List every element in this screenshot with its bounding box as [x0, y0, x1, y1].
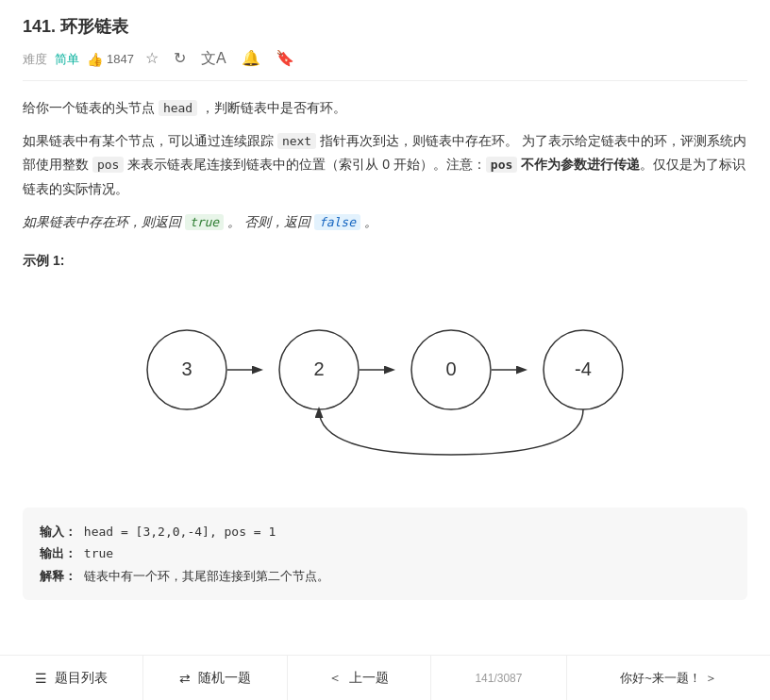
difficulty-row: 难度 简单 👍 1847 ☆ ↻ 文A 🔔 🔖: [23, 49, 747, 81]
input-line: 输入： head = [3,2,0,-4], pos = 1: [40, 521, 730, 542]
detail2-text: 不作为参数进行传递: [517, 157, 640, 172]
pos-bold-code: pos: [486, 157, 517, 173]
next-problem-button[interactable]: 你好~来一题！ ＞: [567, 656, 770, 700]
svg-text:3: 3: [181, 358, 192, 379]
output-value: true: [84, 546, 113, 560]
problem-list-button[interactable]: ☰ 题目列表: [0, 656, 143, 700]
next-icon: ＞: [705, 670, 717, 687]
example-box: 输入： head = [3,2,0,-4], pos = 1 输出： true …: [23, 508, 747, 600]
action-icons: ☆ ↻ 文A 🔔 🔖: [145, 49, 294, 69]
next-code: next: [277, 133, 316, 149]
explain-value: 链表中有一个环，其尾部连接到第二个节点。: [84, 569, 329, 583]
refresh-icon[interactable]: ↻: [174, 49, 186, 69]
bell-icon[interactable]: 🔔: [242, 49, 260, 69]
input-label: 输入：: [40, 525, 76, 539]
star-icon[interactable]: ☆: [145, 49, 159, 69]
difficulty-badge: 简单: [55, 51, 79, 68]
svg-text:-4: -4: [575, 358, 592, 379]
prev-label: 上一题: [349, 670, 389, 687]
spacer: [23, 245, 747, 253]
difficulty-label: 难度: [23, 51, 47, 68]
problem-number: 141.: [23, 17, 56, 36]
prev-problem-button[interactable]: ＜ 上一题: [288, 656, 431, 700]
translate-icon[interactable]: 文A: [201, 49, 226, 69]
example-title: 示例 1:: [23, 253, 747, 270]
page-container: 141. 环形链表 难度 简单 👍 1847 ☆ ↻ 文A 🔔 🔖 给你一个链表…: [0, 0, 770, 700]
likes-number: 1847: [107, 52, 134, 66]
intro-paragraph: 给你一个链表的头节点 head ，判断链表中是否有环。: [23, 96, 747, 120]
random-problem-button[interactable]: ⇄ 随机一题: [143, 656, 287, 700]
svg-text:0: 0: [445, 358, 456, 379]
progress-counter: 141/3087: [431, 656, 567, 700]
detail-paragraph: 如果链表中有某个节点，可以通过连续跟踪 next 指针再次到达，则链表中存在环。…: [23, 129, 747, 201]
progress-text: 141/3087: [475, 672, 522, 685]
explain-line: 解释： 链表中有一个环，其尾部连接到第二个节点。: [40, 565, 730, 587]
head-code: head: [159, 100, 197, 116]
pos-code: pos: [92, 157, 124, 173]
likes-count: 👍 1847: [87, 52, 134, 67]
problem-title: 141. 环形链表: [23, 15, 747, 38]
random-icon: ⇄: [179, 671, 191, 686]
conclusion-paragraph: 如果链表中存在环，则返回 true 。 否则，返回 false 。: [23, 210, 747, 234]
prev-icon: ＜: [328, 670, 342, 687]
diagram-container: 3 2 0 -4: [23, 285, 747, 492]
next-label: 你好~来一题！: [620, 670, 701, 687]
output-label: 输出：: [40, 546, 76, 560]
false-code: false: [314, 214, 360, 230]
true-code: true: [185, 214, 224, 230]
bookmark-icon[interactable]: 🔖: [276, 49, 294, 69]
output-line: 输出： true: [40, 542, 730, 564]
random-label: 随机一题: [198, 670, 251, 687]
svg-text:2: 2: [313, 358, 324, 379]
thumb-icon: 👍: [87, 52, 103, 67]
bottom-bar: ☰ 题目列表 ⇄ 随机一题 ＜ 上一题 141/3087 你好~来一题！ ＞: [0, 655, 770, 700]
linked-list-diagram: 3 2 0 -4: [121, 294, 649, 483]
list-icon: ☰: [35, 671, 47, 686]
content-area: 141. 环形链表 难度 简单 👍 1847 ☆ ↻ 文A 🔔 🔖 给你一个链表…: [0, 0, 770, 655]
list-label: 题目列表: [55, 670, 108, 687]
explain-label: 解释：: [40, 569, 76, 583]
input-value: head = [3,2,0,-4], pos = 1: [84, 525, 276, 539]
description: 给你一个链表的头节点 head ，判断链表中是否有环。 如果链表中有某个节点，可…: [23, 96, 747, 234]
problem-name: 环形链表: [60, 17, 128, 36]
